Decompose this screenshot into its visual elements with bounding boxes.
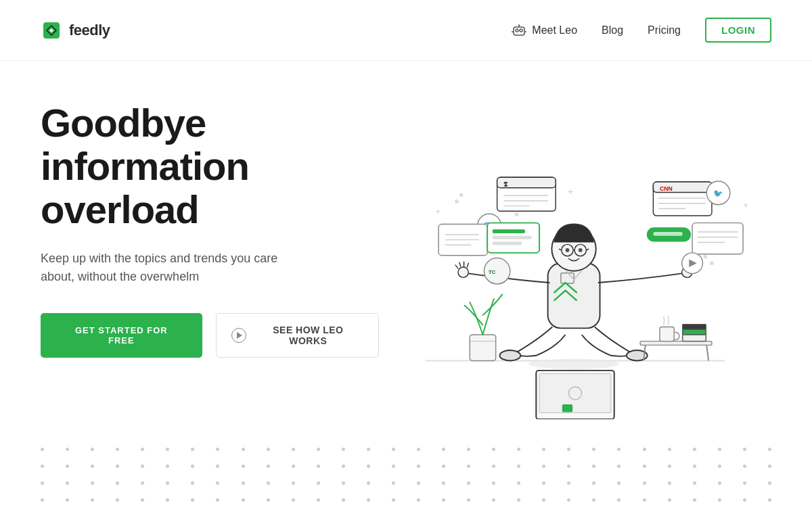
dot: [768, 448, 771, 451]
dot: [542, 465, 545, 468]
svg-rect-61: [493, 236, 532, 239]
dot: [467, 465, 470, 468]
hero-illustration: 𝕿 G TC + + +: [379, 81, 771, 419]
dot: [442, 481, 445, 485]
dot: [392, 498, 395, 502]
play-circle-icon: [231, 328, 246, 343]
dot: [492, 481, 495, 485]
dot: [492, 448, 495, 451]
dot: [191, 448, 194, 451]
dot: [693, 481, 696, 485]
dot: [643, 498, 646, 502]
dot: [342, 481, 345, 485]
dot: [242, 465, 245, 468]
dot: [317, 448, 320, 451]
dot: [317, 498, 320, 502]
svg-point-4: [516, 29, 518, 32]
svg-text:+: +: [435, 206, 441, 216]
dot: [141, 465, 144, 468]
svg-text:𝕿: 𝕿: [503, 181, 508, 188]
dot: [141, 481, 144, 485]
dot: [367, 448, 370, 451]
dot: [442, 448, 445, 451]
dot: [216, 481, 219, 485]
dot: [567, 465, 570, 468]
dot: [718, 465, 721, 468]
logo[interactable]: feedly: [41, 20, 110, 41]
dot: [643, 481, 646, 485]
svg-line-29: [467, 263, 468, 267]
svg-rect-40: [640, 341, 712, 346]
logo-text: feedly: [69, 22, 110, 39]
dot: [417, 498, 420, 502]
dot: [267, 448, 270, 451]
dot: [592, 465, 595, 468]
dot: [66, 465, 69, 468]
svg-rect-38: [470, 335, 495, 360]
dot: [592, 481, 595, 485]
dot: [668, 448, 671, 451]
svg-line-27: [459, 262, 461, 266]
dot: [91, 448, 94, 451]
dot: [116, 481, 119, 485]
svg-line-42: [706, 345, 708, 360]
cta-row: GET STARTED FOR FREE SEE HOW LEO WORKS: [41, 313, 379, 358]
see-how-leo-button[interactable]: SEE HOW LEO WORKS: [216, 313, 379, 358]
dot: [392, 448, 395, 451]
dot: [91, 465, 94, 468]
dot: [41, 481, 44, 485]
dot: [267, 465, 270, 468]
dot: [41, 465, 44, 468]
dot: [743, 465, 746, 468]
dot: [718, 448, 721, 451]
cta-secondary-label: SEE HOW LEO WORKS: [253, 325, 363, 346]
svg-point-69: [459, 193, 464, 197]
leo-icon: [512, 24, 526, 37]
dot: [542, 481, 545, 485]
get-started-button[interactable]: GET STARTED FOR FREE: [41, 313, 202, 358]
dot: [417, 465, 420, 468]
dot: [718, 498, 721, 502]
dot: [768, 481, 771, 485]
dot: [467, 481, 470, 485]
dot: [617, 481, 621, 485]
dot: [492, 465, 495, 468]
dot: [292, 481, 295, 485]
nav-meet-leo[interactable]: Meet Leo: [512, 24, 577, 37]
hero-left: Goodbye information overload Keep up wit…: [41, 88, 379, 358]
login-button[interactable]: LOGIN: [705, 18, 771, 43]
dot: [392, 481, 395, 485]
dot: [467, 448, 470, 451]
dot: [91, 498, 94, 502]
svg-point-37: [528, 359, 620, 369]
dot: [743, 498, 746, 502]
dot: [693, 465, 696, 468]
dot: [467, 498, 470, 502]
pricing-label: Pricing: [648, 24, 681, 37]
svg-point-71: [703, 255, 707, 259]
nav-pricing[interactable]: Pricing: [648, 24, 681, 37]
dot: [116, 498, 119, 502]
play-triangle-icon: [237, 332, 242, 339]
dot: [617, 448, 621, 451]
dot: [292, 465, 295, 468]
dot: [166, 448, 169, 451]
nav-blog[interactable]: Blog: [602, 24, 623, 37]
dot: [693, 448, 696, 451]
dot: [417, 448, 420, 451]
dot: [242, 481, 245, 485]
dot: [242, 498, 245, 502]
dot: [191, 465, 194, 468]
dot: [442, 465, 445, 468]
svg-point-35: [499, 350, 520, 360]
dot: [743, 481, 746, 485]
dot: [41, 498, 44, 502]
hero-subheadline: Keep up with the topics and trends you c…: [41, 250, 298, 286]
feedly-logo-icon: [41, 20, 62, 41]
dot: [166, 498, 169, 502]
dots-row-2: [41, 465, 771, 468]
dot: [367, 481, 370, 485]
dot: [267, 481, 270, 485]
svg-rect-60: [493, 229, 525, 233]
dot: [768, 465, 771, 468]
